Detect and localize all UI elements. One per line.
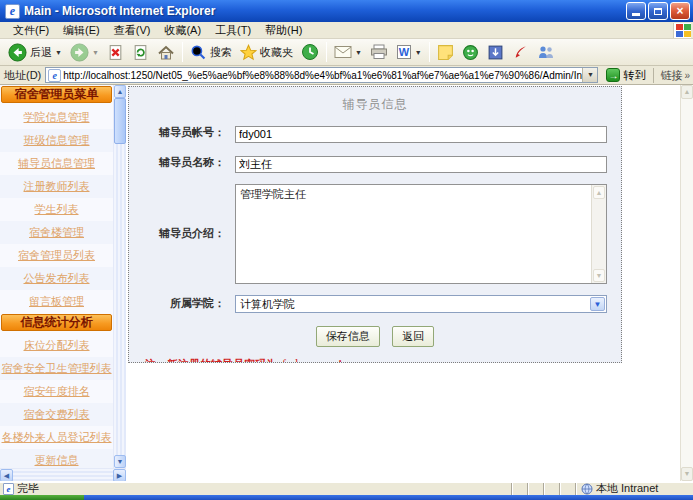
print-button[interactable] (366, 43, 392, 61)
menu-favorites[interactable]: 收藏(A) (157, 22, 208, 38)
sidebar-item-visitor-registration[interactable]: 各楼外来人员登记列表 (0, 426, 113, 449)
textarea-scroll-down-icon[interactable]: ▼ (593, 269, 605, 282)
green-mascot-icon (462, 44, 479, 61)
links-label: 链接 (660, 68, 682, 83)
close-button[interactable]: × (670, 2, 690, 20)
toolbar: 后退 ▼ ▼ 搜索 收藏夹 ▼ (0, 39, 693, 66)
dropdown-arrow-icon[interactable] (590, 297, 605, 311)
chevron-right-icon: » (684, 70, 690, 81)
note-suffix: ！ (335, 358, 346, 364)
scrollbar-thumb[interactable] (114, 98, 126, 144)
favorites-label: 收藏夹 (260, 45, 293, 60)
start-button-edge[interactable] (0, 495, 84, 500)
go-button[interactable]: → 转到 (602, 68, 649, 83)
menu-bar: 文件(F) 编辑(E) 查看(V) 收藏(A) 工具(T) 帮助(H) (0, 22, 693, 39)
address-dropdown-icon[interactable]: ▼ (582, 68, 597, 82)
star-icon (240, 44, 257, 61)
notes-button[interactable] (433, 43, 458, 62)
college-label: 所属学院： (129, 295, 235, 313)
sidebar-item-annual-ranking[interactable]: 宿安年度排名 (0, 380, 113, 403)
word-icon: W (396, 44, 412, 60)
sidebar-header-statistics: 信息统计分析 (1, 314, 112, 331)
go-arrow-icon: → (606, 68, 620, 82)
address-label: 地址(D) (4, 68, 41, 83)
forward-button[interactable]: ▼ (66, 42, 103, 63)
home-button[interactable] (153, 43, 179, 62)
minimize-button[interactable] (626, 2, 646, 20)
account-label: 辅导员帐号： (129, 124, 235, 143)
name-input[interactable] (235, 156, 607, 173)
links-button[interactable]: 链接 » (653, 68, 690, 83)
form-row-name: 辅导员名称： (129, 154, 621, 173)
sidebar-item-dorm-admin-list[interactable]: 宿舍管理员列表 (0, 244, 113, 267)
restore-button[interactable] (648, 2, 668, 20)
sidebar-item-message-board[interactable]: 留言板管理 (0, 290, 113, 313)
sidebar-item-announcement-list[interactable]: 公告发布列表 (0, 267, 113, 290)
status-text: 完毕 (17, 481, 39, 496)
intro-text: 管理学院主任 (240, 188, 306, 200)
intranet-globe-icon (581, 483, 593, 495)
scroll-up-icon[interactable]: ▲ (114, 85, 126, 98)
download-plugin-button[interactable] (483, 43, 508, 62)
address-bar: 地址(D) e ▼ → 转到 链接 » (0, 66, 693, 85)
search-button[interactable]: 搜索 (186, 43, 236, 62)
menu-help[interactable]: 帮助(H) (258, 22, 309, 38)
back-button[interactable]: 后退 ▼ (4, 42, 66, 63)
menu-tools[interactable]: 工具(T) (208, 22, 258, 38)
sidebar-item-safety-hygiene[interactable]: 宿舍安全卫生管理列表 (0, 357, 113, 380)
sidebar-vertical-scrollbar[interactable]: ▲ ▼ (113, 85, 126, 468)
sidebar-item-class-info[interactable]: 班级信息管理 (0, 129, 113, 152)
intro-textarea[interactable]: 管理学院主任 ▲ ▼ (235, 184, 607, 284)
favorites-button[interactable]: 收藏夹 (236, 43, 297, 62)
browser-window: e Main - Microsoft Internet Explorer × 文… (0, 0, 693, 500)
flashget-plugin-button[interactable] (508, 43, 533, 62)
textarea-scroll-up-icon[interactable]: ▲ (593, 186, 605, 199)
sidebar-item-dorm-building[interactable]: 宿舍楼管理 (0, 221, 113, 244)
refresh-button[interactable] (128, 43, 153, 62)
taskbar-sliver (0, 495, 693, 500)
save-button[interactable]: 保存信息 (316, 326, 380, 347)
intro-label: 辅导员介绍： (129, 225, 235, 242)
page-vertical-scrollbar[interactable]: ▲ ▼ (680, 85, 693, 481)
blue-box-icon (487, 44, 504, 61)
stop-button[interactable] (103, 43, 128, 62)
sidebar-horizontal-scrollbar[interactable]: ◀ ▶ (0, 468, 126, 481)
sidebar-item-counselor-info[interactable]: 辅导员信息管理 (0, 152, 113, 175)
menu-view[interactable]: 查看(V) (107, 22, 158, 38)
account-input[interactable] (235, 126, 607, 143)
sidebar-item-student-list[interactable]: 学生列表 (0, 198, 113, 221)
menu-file[interactable]: 文件(F) (6, 22, 56, 38)
red-arrow-icon (512, 44, 529, 61)
search-label: 搜索 (210, 45, 232, 60)
college-select[interactable]: 计算机学院 (235, 295, 607, 313)
sidebar-item-teacher-list[interactable]: 注册教师列表 (0, 175, 113, 198)
messenger-plugin-button[interactable] (458, 43, 483, 62)
button-row: 保存信息 返回 (129, 326, 621, 347)
ie-logo-icon: e (5, 4, 20, 19)
printer-icon (370, 44, 388, 60)
textarea-scrollbar[interactable]: ▲ ▼ (591, 185, 606, 283)
edit-word-button[interactable]: W ▼ (392, 43, 426, 61)
back-form-button[interactable]: 返回 (392, 326, 434, 347)
form-row-account: 辅导员帐号： (129, 124, 621, 143)
history-button[interactable] (297, 42, 323, 62)
people-icon (537, 44, 555, 60)
sidebar-item-update-info[interactable]: 更新信息 (0, 449, 113, 468)
sidebar-item-college-info[interactable]: 学院信息管理 (0, 106, 113, 129)
page-scroll-down-icon[interactable]: ▼ (681, 467, 693, 481)
mail-icon (334, 45, 352, 59)
sticky-note-icon (437, 44, 454, 61)
scroll-down-icon[interactable]: ▼ (114, 455, 126, 468)
sidebar-menu: 宿舍管理员菜单 学院信息管理 班级信息管理 辅导员信息管理 注册教师列表 学生列… (0, 85, 113, 468)
mail-button[interactable]: ▼ (330, 44, 366, 60)
address-input[interactable] (63, 70, 582, 81)
page-favicon-icon: e (48, 69, 61, 82)
address-field[interactable]: e ▼ (45, 67, 598, 83)
counselor-form-panel: 辅导员信息 辅导员帐号： 辅导员名称： 辅导员介绍： 管理学院主任 (128, 86, 622, 363)
menu-edit[interactable]: 编辑(E) (56, 22, 107, 38)
page-scroll-up-icon[interactable]: ▲ (681, 85, 693, 99)
sidebar-item-payment-list[interactable]: 宿舍交费列表 (0, 403, 113, 426)
contacts-button[interactable] (533, 43, 559, 61)
form-row-college: 所属学院： 计算机学院 (129, 295, 621, 313)
sidebar-item-bed-allocation[interactable]: 床位分配列表 (0, 334, 113, 357)
